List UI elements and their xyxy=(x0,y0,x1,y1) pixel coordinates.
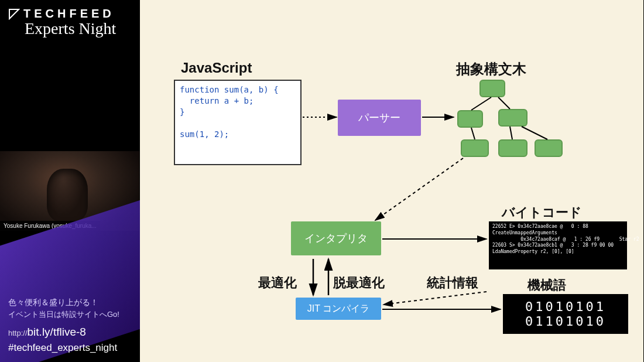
svg-line-12 xyxy=(383,292,487,305)
heading-machine: 機械語 xyxy=(527,276,566,294)
ast-node xyxy=(498,139,527,157)
promo-url[interactable]: http://bit.ly/tflive-8 xyxy=(8,326,119,339)
label-optimize: 最適化 xyxy=(258,274,297,292)
ast-node xyxy=(498,109,527,127)
label-stats: 統計情報 xyxy=(427,274,478,292)
ast-node xyxy=(457,110,483,128)
svg-line-3 xyxy=(498,97,510,109)
jit-compiler-box: JIT コンパイラ xyxy=(296,298,381,320)
heading-ast: 抽象構文木 xyxy=(456,60,526,78)
promo-line-2: イベント当日は特設サイトへGo! xyxy=(8,309,119,320)
interpreter-box: インタプリタ xyxy=(291,221,381,255)
source-code-box: function sum(a, b) { return a + b; } sum… xyxy=(174,80,302,165)
brand-name: TECHFEED xyxy=(8,7,132,21)
machine-line-2: 01101010 xyxy=(525,314,606,329)
promo-url-text: bit.ly/tflive-8 xyxy=(28,326,86,338)
label-deoptimize: 脱最適化 xyxy=(333,274,385,292)
promo-line-1: 色々便利＆盛り上がる！ xyxy=(8,298,119,308)
svg-line-6 xyxy=(522,127,547,139)
ast-node xyxy=(479,80,505,97)
brand-logo: TECHFEED Experts Night xyxy=(0,0,140,38)
presentation-sidebar: TECHFEED Experts Night Yosuke Furukawa (… xyxy=(0,0,140,362)
promo-url-prefix: http:// xyxy=(8,329,28,337)
machine-line-1: 01010101 xyxy=(525,299,606,314)
slide-canvas: JavaScript 抽象構文木 バイトコード 機械語 function sum… xyxy=(140,0,643,362)
machine-code-box: 01010101 01101010 xyxy=(503,294,628,334)
svg-line-4 xyxy=(471,128,475,139)
bytecode-box: 22652 E> 0x34c72aae8cae @ 0 : 88 CreateU… xyxy=(489,221,627,269)
svg-line-5 xyxy=(510,127,512,139)
brand-name-text: TECHFEED xyxy=(23,7,115,21)
heading-javascript: JavaScript xyxy=(181,60,252,76)
promo-hashtag[interactable]: #techfeed_experts_night xyxy=(8,342,119,354)
promo-block: 色々便利＆盛り上がる！ イベント当日は特設サイトへGo! http://bit.… xyxy=(8,298,119,354)
ast-node xyxy=(461,139,489,157)
brand-subtitle: Experts Night xyxy=(8,19,132,38)
parser-box: パーサー xyxy=(338,100,421,136)
svg-line-2 xyxy=(471,97,491,110)
heading-bytecode: バイトコード xyxy=(502,204,582,221)
svg-line-7 xyxy=(375,158,463,220)
logo-arrow-icon xyxy=(8,8,20,20)
ast-node xyxy=(535,139,563,157)
